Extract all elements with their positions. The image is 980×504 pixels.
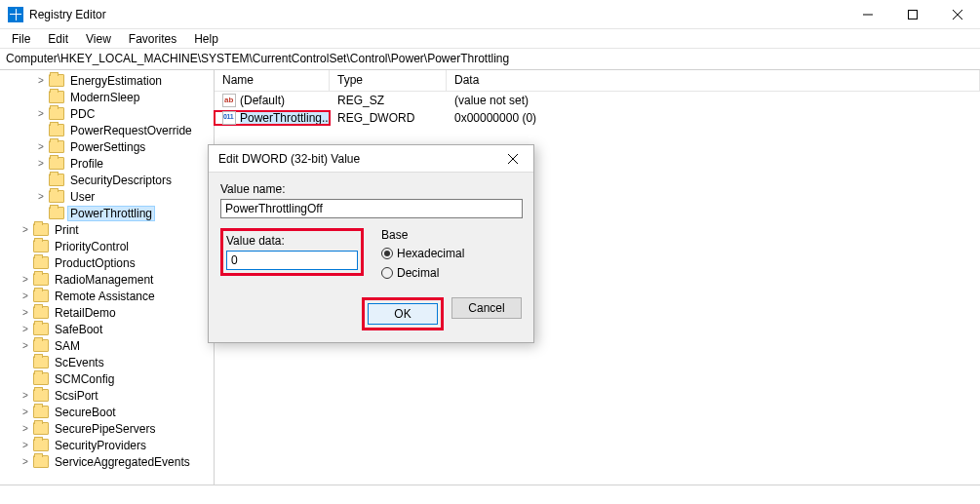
tree-item[interactable]: PowerThrottling [0,205,214,221]
menu-view[interactable]: View [78,30,119,48]
radio-hexadecimal[interactable]: Hexadecimal [381,245,464,262]
tree-item[interactable]: SCMConfig [0,370,214,387]
expand-icon[interactable]: > [35,142,47,152]
menu-file[interactable]: File [4,30,38,48]
string-value-icon [222,94,236,107]
cancel-button[interactable]: Cancel [451,297,522,319]
tree-item[interactable]: >SecurePipeServers [0,420,214,437]
expand-icon[interactable]: > [20,391,31,401]
maximize-button[interactable] [890,0,935,29]
tree-item[interactable]: >Profile [0,155,214,172]
tree-item-label: Profile [68,157,105,171]
expand-icon[interactable]: > [35,76,47,86]
tree-item[interactable]: PowerRequestOverride [0,122,214,138]
statusbar [0,485,980,504]
folder-icon [33,439,49,451]
tree-item[interactable]: >Remote Assistance [0,288,214,304]
radio-decimal[interactable]: Decimal [381,264,464,282]
expand-icon[interactable]: > [20,308,31,318]
tree-item[interactable]: ScEvents [0,354,214,370]
folder-icon [49,124,64,136]
minimize-button[interactable] [845,0,890,29]
dialog-title: Edit DWORD (32-bit) Value [218,152,360,166]
expand-icon[interactable]: > [35,109,47,119]
tree-item[interactable]: >SafeBoot [0,321,214,337]
folder-icon [49,140,64,153]
ok-button[interactable]: OK [368,303,438,325]
folder-icon [33,422,49,435]
value-data-field[interactable] [226,251,358,270]
close-button[interactable] [935,0,980,29]
edit-dword-dialog: Edit DWORD (32-bit) Value Value name: Va… [208,144,534,343]
col-header-data[interactable]: Data [447,70,980,91]
tree-item[interactable]: >Print [0,221,214,238]
folder-icon [33,323,49,335]
list-row[interactable]: PowerThrottling...REG_DWORD0x00000000 (0… [215,109,980,127]
folder-icon [49,107,64,120]
tree-item[interactable]: >SecurityProviders [0,437,214,453]
menu-edit[interactable]: Edit [40,30,76,48]
tree-item-label: SecureBoot [53,406,118,419]
tree-item[interactable]: >ServiceAggregatedEvents [0,453,214,470]
col-header-type[interactable]: Type [330,70,447,91]
folder-icon [49,207,64,219]
tree-item[interactable]: >EnergyEstimation [0,72,214,89]
tree-item[interactable]: PriorityControl [0,238,214,254]
expand-icon[interactable]: > [20,424,31,434]
tree-item[interactable]: >SecureBoot [0,404,214,420]
radio-hex-icon [381,248,393,259]
ok-highlight: OK [362,297,444,330]
expand-icon[interactable]: > [20,275,31,285]
tree-item-label: PowerSettings [68,140,147,154]
folder-icon [33,290,49,302]
tree-item[interactable]: ModernSleep [0,89,214,105]
expand-icon[interactable]: > [20,407,31,417]
expand-icon[interactable]: > [20,441,31,450]
tree-item-label: User [68,190,97,204]
tree-item-label: RadioManagement [53,273,155,287]
tree-item[interactable]: >PowerSettings [0,138,214,155]
folder-icon [33,306,49,319]
tree-item-label: SecurityProviders [53,439,148,452]
tree-item-label: RetailDemo [53,306,118,320]
tree-item[interactable]: >RadioManagement [0,271,214,288]
list-row[interactable]: (Default)REG_SZ(value not set) [215,92,980,109]
expand-icon[interactable]: > [35,159,47,169]
tree-item-label: ProductOptions [53,256,137,270]
folder-icon [49,174,64,186]
base-group: Base Hexadecimal Decimal [381,228,464,282]
tree-item-label: Remote Assistance [53,290,157,303]
expand-icon[interactable]: > [35,192,47,202]
expand-icon[interactable]: > [20,341,31,351]
col-header-name[interactable]: Name [215,70,330,91]
value-data-label: Value data: [226,234,358,248]
value-name-field[interactable] [220,199,523,218]
list-header: Name Type Data [215,70,980,92]
tree-item[interactable]: >PDC [0,105,214,122]
folder-icon [33,240,49,252]
tree-item[interactable]: ProductOptions [0,254,214,271]
tree-item[interactable]: >SAM [0,337,214,354]
expand-icon[interactable]: > [20,325,31,334]
titlebar: Registry Editor [0,0,980,29]
tree-item[interactable]: >User [0,188,214,205]
tree-item-label: PDC [68,107,97,121]
expand-icon[interactable]: > [20,225,31,235]
value-name: PowerThrottling... [240,111,330,125]
tree-item-label: Print [53,223,81,237]
value-type: REG_SZ [330,94,447,107]
menu-favorites[interactable]: Favorites [121,30,184,48]
address-bar[interactable]: Computer\HKEY_LOCAL_MACHINE\SYSTEM\Curre… [0,49,980,70]
tree-pane[interactable]: >EnergyEstimationModernSleep>PDCPowerReq… [0,70,215,485]
expand-icon[interactable]: > [20,291,31,301]
expand-icon[interactable]: > [20,457,31,467]
folder-icon [33,372,49,385]
dialog-close-button[interactable] [492,145,533,173]
tree-item[interactable]: >RetailDemo [0,304,214,321]
folder-icon [33,389,49,402]
menu-help[interactable]: Help [186,30,226,48]
tree-item[interactable]: SecurityDescriptors [0,172,214,188]
folder-icon [49,74,64,87]
base-label: Base [381,228,464,242]
tree-item[interactable]: >ScsiPort [0,387,214,404]
